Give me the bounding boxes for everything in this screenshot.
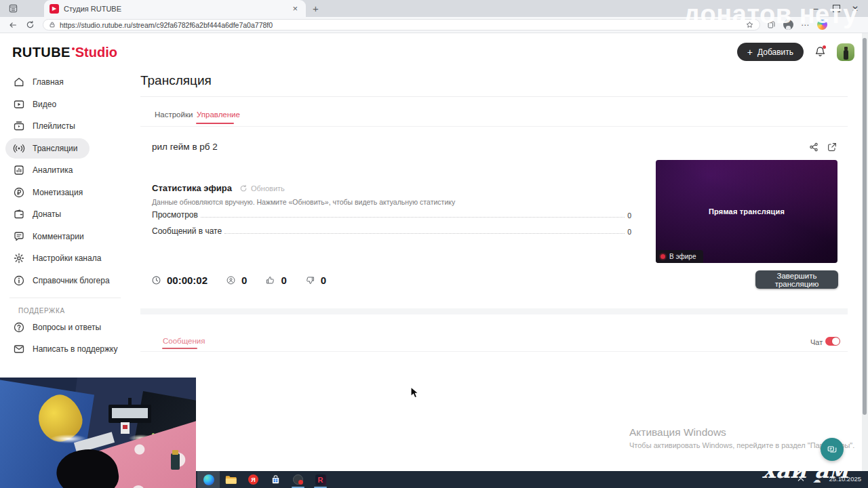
- dotted-leader: [224, 233, 625, 234]
- duration-metric: 00:00:02: [151, 274, 208, 286]
- sidebar-item-contact-support[interactable]: Написать в поддержку: [5, 339, 130, 359]
- live-dot: [660, 254, 665, 259]
- rutube-favicon-icon: ▶: [50, 4, 59, 14]
- info-icon: [13, 274, 25, 287]
- rutube-studio-logo: RUTUBE Studio: [12, 45, 117, 60]
- sidebar-item-analytics[interactable]: Аналитика: [5, 160, 85, 180]
- notification-dot: [823, 45, 826, 49]
- stream-caption-top: донатов нету: [684, 0, 858, 29]
- section-gap: [140, 308, 848, 314]
- likes-metric: 0: [265, 274, 286, 286]
- store-icon: [271, 474, 281, 485]
- chat-toggle[interactable]: [825, 337, 840, 346]
- end-broadcast-button[interactable]: Завершить трансляцию: [755, 270, 838, 289]
- analytics-icon: [13, 164, 25, 176]
- taskbar-explorer-button[interactable]: [220, 471, 242, 488]
- mail-icon: [13, 343, 25, 355]
- widget-chat-icon: [827, 444, 837, 455]
- game-capture-overlay: [0, 378, 196, 488]
- page-title: Трансляция: [140, 73, 212, 88]
- sidebar-item-donations[interactable]: Донаты: [5, 204, 73, 224]
- video-icon: [13, 98, 25, 110]
- main-content: Трансляция Настройки Управление рил гейм…: [140, 70, 848, 471]
- preview-label: Прямая трансляция: [709, 207, 785, 216]
- playlists-icon: [13, 120, 25, 132]
- refresh-icon: [239, 184, 248, 192]
- divider: [140, 126, 848, 127]
- sidebar-divider: [9, 298, 121, 298]
- external-link-icon[interactable]: [827, 142, 837, 152]
- tab-manage[interactable]: Управление: [197, 110, 240, 119]
- sidebar-item-channel-settings[interactable]: Настройки канала: [5, 248, 113, 268]
- question-icon: [13, 321, 25, 333]
- taskbar-r-app-button[interactable]: R: [309, 471, 332, 488]
- add-button[interactable]: + Добавить: [737, 43, 804, 61]
- stream-preview[interactable]: Прямая трансляция В эфире: [656, 160, 837, 263]
- taskbar-yandex-button[interactable]: Я: [242, 471, 264, 488]
- game-character: [171, 453, 180, 470]
- home-icon: [13, 76, 25, 88]
- new-tab-button[interactable]: +: [313, 3, 319, 14]
- game-sign-board: [108, 405, 151, 423]
- avatar[interactable]: [837, 43, 854, 61]
- tab-title: Студия RUTUBE: [64, 5, 290, 13]
- sidebar-item-blogger-guide[interactable]: Справочник блогера: [5, 270, 122, 291]
- tab-settings[interactable]: Настройки: [155, 110, 193, 119]
- broadcast-icon: [13, 142, 25, 155]
- dotted-leader: [201, 217, 625, 218]
- viewers-metric: 0: [226, 274, 247, 286]
- refresh-stats-button[interactable]: Обновить: [239, 184, 285, 192]
- sidebar-item-videos[interactable]: Видео: [5, 94, 68, 115]
- chat-toggle-label: Чат: [810, 338, 823, 346]
- stat-row-chat-messages: Сообщений в чате 0: [152, 226, 631, 236]
- scrollbar-thumb[interactable]: [863, 38, 867, 415]
- gear-icon: [13, 252, 25, 264]
- tab-messages[interactable]: Сообщения: [163, 337, 205, 345]
- taskbar-recorder-button[interactable]: [287, 471, 309, 488]
- tab-close-icon[interactable]: ×: [290, 3, 300, 14]
- mouse-cursor: [410, 386, 419, 399]
- refresh-button[interactable]: [26, 20, 35, 29]
- folder-icon: [225, 475, 237, 485]
- tab-list-icon[interactable]: [8, 3, 18, 14]
- plus-icon: +: [747, 47, 753, 57]
- stat-row-views: Просмотров 0: [152, 210, 631, 220]
- stats-heading: Статистика эфира: [152, 183, 232, 193]
- sidebar-item-comments[interactable]: Комментарии: [5, 226, 96, 247]
- sidebar-item-playlists[interactable]: Плейлисты: [5, 116, 87, 136]
- lock-icon: [49, 21, 56, 28]
- support-section-label: ПОДДЕРЖКА: [18, 307, 133, 314]
- logo-dot: [72, 47, 75, 50]
- sidebar-item-monetization[interactable]: Монетизация: [5, 182, 95, 203]
- stats-note: Данные обновляются вручную. Нажмите «Обн…: [152, 198, 455, 206]
- taskbar-edge-button[interactable]: [197, 471, 220, 488]
- viewers-icon: [226, 275, 236, 285]
- stream-caption-bottom: хай ам: [762, 457, 848, 483]
- browser-tab[interactable]: ▶ Студия RUTUBE ×: [44, 0, 306, 17]
- clock-icon: [151, 275, 161, 285]
- game-heart-note: [121, 422, 130, 434]
- sidebar-item-faq[interactable]: Вопросы и ответы: [5, 317, 113, 338]
- share-icon[interactable]: [808, 142, 819, 152]
- notifications-bell-icon[interactable]: [814, 45, 827, 58]
- stream-title: рил гейм в рб 2: [152, 142, 218, 152]
- edge-icon: [203, 474, 214, 485]
- messages-tab-underline: [162, 348, 197, 349]
- back-button[interactable]: [8, 20, 18, 30]
- live-metrics-row: 00:00:02 0 0 0: [151, 274, 344, 286]
- divider: [140, 96, 848, 97]
- divider: [140, 351, 848, 352]
- toggle-knob: [832, 338, 840, 345]
- donations-wallet-icon: [13, 208, 25, 220]
- comments-icon: [13, 230, 25, 243]
- recorder-icon: [293, 474, 303, 485]
- dislikes-metric: 0: [305, 274, 326, 286]
- sidebar-item-broadcasts[interactable]: Трансляции: [5, 138, 90, 159]
- active-tab-underline: [196, 123, 234, 124]
- game-light-glow: [50, 434, 87, 443]
- sidebar-item-home[interactable]: Главная: [5, 72, 76, 92]
- address-bar[interactable]: https://studio.rutube.ru/stream/c92fa678…: [43, 19, 760, 30]
- dislike-icon: [305, 275, 315, 285]
- screen: ▶ Студия RUTUBE × + – ✕ https://studio.r…: [0, 0, 868, 488]
- taskbar-store-button[interactable]: [264, 471, 287, 488]
